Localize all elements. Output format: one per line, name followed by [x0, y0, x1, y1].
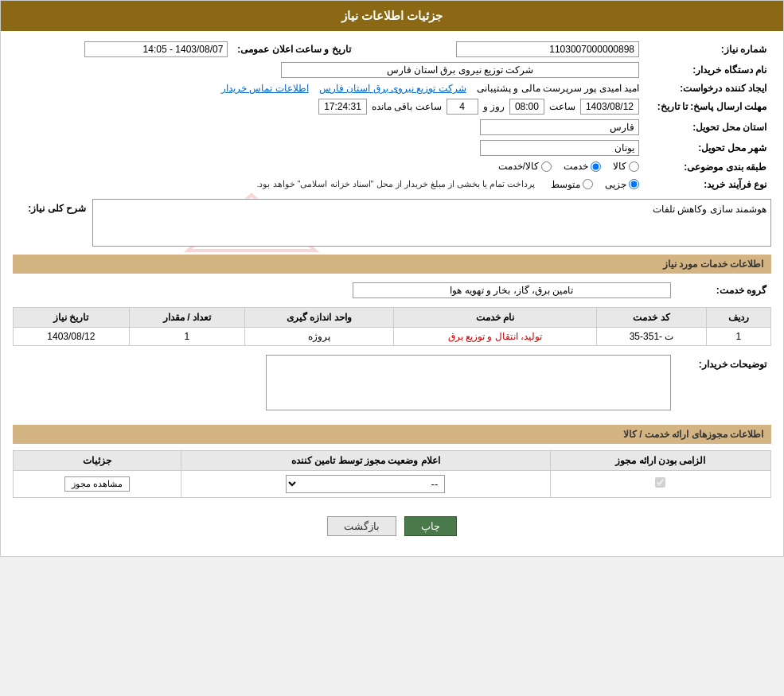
view-mojoz-button[interactable]: مشاهده مجوز: [64, 476, 130, 492]
services-section-title: اطلاعات خدمات مورد نیاز: [13, 255, 771, 274]
tabaqe-kala-khedmat-item: کالا/خدمت: [498, 161, 552, 172]
ijad-label: ایجاد کننده درخواست:: [644, 80, 771, 96]
table-row: 1 ت -351-35 تولید، انتقال و توزیع برق پر…: [14, 327, 771, 345]
elzami-checkbox: [655, 477, 665, 488]
cell-radif: 1: [706, 327, 770, 345]
th-elzami: الزامی بودن ارائه مجوز: [550, 450, 770, 470]
services-table-head: ردیف کد خدمت نام خدمت واحد اندازه گیری ت…: [14, 307, 771, 327]
row-ijad: ایجاد کننده درخواست: امید امیدی پور سرپر…: [13, 80, 771, 96]
nooe-options: جزیی متوسط پرداخت تمام یا بخشی از مبلغ خ…: [13, 177, 644, 192]
nooe-motevaset-item: متوسط: [551, 179, 593, 190]
mojozat-header-row: الزامی بودن ارائه مجوز اعلام وضعیت مجوز …: [14, 450, 771, 470]
cell-name: تولید، انتقال و توزیع برق: [393, 327, 597, 345]
th-kod: کد خدمت: [597, 307, 706, 327]
shahr-value: یونان: [13, 138, 644, 158]
sharh-label: شرح کلی نیاز:: [13, 199, 92, 218]
gorohe-input: تامین برق، گاز، بخار و تهویه هوا: [353, 282, 671, 298]
page-title: جزئیات اطلاعات نیاز: [341, 9, 443, 22]
ijad-value: امید امیدی پور سرپرست مالی و پشتیبانی شر…: [13, 80, 644, 96]
tozihat-table: توضیحات خریدار:: [13, 352, 771, 413]
table-row: -- مشاهده مجوز: [14, 470, 771, 497]
mohlet-date: 1403/08/12: [580, 99, 639, 115]
nam-dastgah-value: شرکت توزیع نیروی برق استان فارس: [13, 60, 644, 80]
gorohe-value: تامین برق، گاز، بخار و تهویه هوا: [13, 280, 676, 301]
mohlet-rooz-label: روز و: [483, 101, 505, 112]
ijad-contact-link[interactable]: اطلاعات تماس خریدار: [221, 83, 309, 94]
shahr-label: شهر محل تحویل:: [644, 138, 771, 158]
ostan-value: فارس: [13, 117, 644, 138]
mohlet-rooz: 4: [447, 99, 478, 115]
row-shomare-tarikh: شماره نیاز: 1103007000000898 تاریخ و ساع…: [13, 39, 771, 60]
cell-ealam: --: [181, 470, 550, 497]
back-button[interactable]: بازگشت: [327, 516, 396, 536]
mohlet-saat-label: ساعت: [549, 101, 575, 112]
services-header-row: ردیف کد خدمت نام خدمت واحد اندازه گیری ت…: [14, 307, 771, 327]
mohlet-date-row: 1403/08/12 ساعت 08:00 روز و 4 ساعت باقی …: [18, 99, 639, 115]
tabaqe-label: طبقه بندی موضوعی:: [644, 158, 771, 177]
ostan-input: فارس: [480, 119, 639, 135]
tabaqe-radio-group: کالا خدمت کالا/خدمت: [498, 161, 639, 172]
gorohe-label: گروه خدمت:: [676, 280, 771, 301]
tabaqe-kala-khedmat-radio[interactable]: [541, 161, 552, 172]
sharh-inner: هوشمند سازی وکاهش تلفات شرح کلی نیاز:: [13, 199, 771, 247]
content-area: شماره نیاز: 1103007000000898 تاریخ و ساع…: [1, 31, 783, 556]
nooe-jozii-label: جزیی: [605, 179, 626, 190]
tabaqe-options: کالا خدمت کالا/خدمت: [13, 158, 644, 177]
shomare-niaz-value: 1103007000000898: [367, 39, 644, 60]
gorohe-table: گروه خدمت: تامین برق، گاز، بخار و تهویه …: [13, 280, 771, 301]
tabaqe-kala-khedmat-label: کالا/خدمت: [498, 161, 539, 172]
tozihat-box: [266, 355, 671, 410]
tarikh-elan-label: تاریخ و ساعت اعلان عمومی:: [232, 39, 366, 60]
th-tedad: تعداد / مقدار: [129, 307, 245, 327]
cell-kod: ت -351-35: [597, 327, 706, 345]
row-nam-dastgah: نام دستگاه خریدار: شرکت توزیع نیروی برق …: [13, 60, 771, 80]
services-table-body: 1 ت -351-35 تولید، انتقال و توزیع برق پر…: [14, 327, 771, 345]
sharh-value: هوشمند سازی وکاهش تلفات: [653, 204, 766, 215]
ijad-company-link[interactable]: شرکت توزیع نیروی برق استان فارس: [319, 83, 466, 94]
tarikh-elan-value: 1403/08/07 - 14:05: [13, 39, 232, 60]
nooe-jozii-item: جزیی: [605, 179, 639, 190]
ijad-name: امید امیدی پور سرپرست مالی و پشتیبانی: [477, 83, 639, 94]
sharh-box: هوشمند سازی وکاهش تلفات: [92, 199, 771, 247]
tabaqe-khedmat-radio[interactable]: [591, 161, 601, 172]
tarikh-elan-input: 1403/08/07 - 14:05: [84, 41, 228, 57]
service-name-link[interactable]: تولید، انتقال و توزیع برق: [448, 331, 542, 342]
mohlet-value: 1403/08/12 ساعت 08:00 روز و 4 ساعت باقی …: [13, 96, 644, 117]
purchase-note: پرداخت تمام یا بخشی از مبلغ خریدار از مح…: [256, 179, 535, 189]
th-joziyat: جزئیات: [14, 450, 181, 470]
th-name: نام خدمت: [393, 307, 597, 327]
mohlet-baqi: 17:24:31: [318, 99, 367, 115]
row-nooe: نوع فرآیند خرید: جزیی متوسط: [13, 177, 771, 192]
tabaqe-kala-radio[interactable]: [629, 161, 639, 172]
nooe-farayand-label: نوع فرآیند خرید:: [644, 177, 771, 192]
mojozat-section-title: اطلاعات مجوزهای ارائه خدمت / کالا: [13, 425, 771, 444]
ealam-select[interactable]: --: [286, 475, 445, 493]
cell-tedad: 1: [129, 327, 245, 345]
nooe-motevaset-label: متوسط: [551, 179, 580, 190]
print-button[interactable]: چاپ: [404, 516, 457, 536]
tabaqe-kala-item: کالا: [613, 161, 639, 172]
page-header: جزئیات اطلاعات نیاز: [1, 1, 783, 31]
tabaqe-khedmat-label: خدمت: [564, 161, 588, 172]
mohlet-baqi-label: ساعت باقی مانده: [372, 101, 442, 112]
mojozat-table-head: الزامی بودن ارائه مجوز اعلام وضعیت مجوز …: [14, 450, 771, 470]
th-radif: ردیف: [706, 307, 770, 327]
cell-elzami: [550, 470, 770, 497]
nooe-jozii-radio[interactable]: [629, 179, 639, 189]
shahr-input: یونان: [480, 140, 639, 156]
th-tarikh: تاریخ نیاز: [14, 307, 130, 327]
shomare-niaz-label: شماره نیاز:: [644, 39, 771, 60]
nooe-row: جزیی متوسط پرداخت تمام یا بخشی از مبلغ خ…: [18, 179, 639, 190]
cell-tarikh: 1403/08/12: [14, 327, 130, 345]
nooe-motevaset-radio[interactable]: [583, 179, 593, 189]
th-vahed: واحد اندازه گیری: [245, 307, 393, 327]
tozihat-box-cell: [13, 352, 676, 413]
bottom-buttons: چاپ بازگشت: [13, 504, 771, 548]
row-ostan: استان محل تحویل: فارس: [13, 117, 771, 138]
sharh-section: ANA TENDER هوشمند سازی وکاهش تلفات شرح ک…: [13, 199, 771, 247]
th-ealam: اعلام وضعیت مجوز توسط تامین کننده: [181, 450, 550, 470]
cell-vahed: پروژه: [245, 327, 393, 345]
nam-dastgah-input: شرکت توزیع نیروی برق استان فارس: [281, 62, 639, 78]
ostan-label: استان محل تحویل:: [644, 117, 771, 138]
mojozat-table-body: -- مشاهده مجوز: [14, 470, 771, 497]
